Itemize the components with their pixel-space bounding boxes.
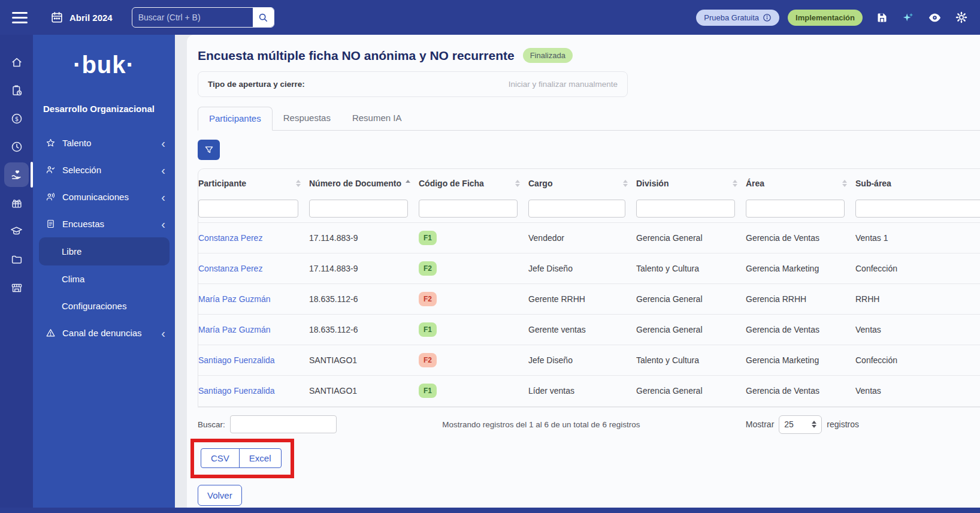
table-row: María Paz Guzmán 18.635.112-6 F2 Gerente… — [198, 284, 980, 315]
pagination-info: Mostrando registros del 1 al 6 de un tot… — [337, 420, 746, 429]
svg-text:$: $ — [14, 115, 18, 122]
participant-link[interactable]: María Paz Guzmán — [198, 325, 271, 334]
filter-ficha-input[interactable] — [419, 200, 518, 218]
page-size-label: Mostrar — [746, 420, 774, 429]
implementation-badge[interactable]: Implementación — [788, 10, 863, 26]
sidebar-item-comunicaciones[interactable]: Comunicaciones ‹ — [33, 183, 175, 210]
tab-bar: Participantes Respuestas Resumen IA — [198, 107, 980, 131]
meta-label: Tipo de apertura y cierre: — [208, 80, 305, 89]
col-participante[interactable]: Participante — [198, 169, 309, 197]
dollar-circle-icon[interactable]: $ — [0, 104, 33, 132]
participant-link[interactable]: Santiago Fuenzalida — [198, 355, 275, 365]
folder-icon[interactable] — [0, 245, 33, 273]
home-icon[interactable] — [0, 48, 33, 76]
hand-heart-icon[interactable] — [0, 161, 33, 189]
sort-icon — [842, 180, 847, 187]
sidebar-item-configuraciones[interactable]: Configuraciones — [33, 292, 175, 319]
sidebar-item-canal-denuncias[interactable]: Canal de denuncias ‹ — [33, 319, 175, 346]
bottom-frame-bar — [0, 508, 980, 513]
filter-documento-input[interactable] — [309, 200, 408, 218]
chevron-left-icon: ‹ — [161, 164, 165, 176]
topbar: Abril 2024 Prueba Gratuita Implementació… — [0, 0, 980, 35]
main-area: Encuesta múltiple ficha NO anónima y NO … — [175, 35, 980, 513]
col-area[interactable]: Área — [746, 169, 855, 197]
table-row: Santiago Fuenzalida SANTIAGO1 F1 Líder v… — [198, 376, 980, 406]
spinner-arrows-icon — [812, 421, 816, 428]
trial-badge[interactable]: Prueba Gratuita — [696, 10, 779, 26]
save-icon[interactable] — [876, 11, 888, 24]
participant-link[interactable]: Constanza Perez — [198, 233, 262, 243]
chevron-left-icon: ‹ — [161, 327, 165, 339]
sparkles-icon[interactable] — [902, 11, 915, 24]
storefront-icon[interactable] — [0, 273, 33, 301]
sort-icon — [296, 180, 301, 187]
gear-icon[interactable] — [955, 11, 968, 24]
icon-rail: $ — [0, 35, 33, 513]
tab-participantes[interactable]: Participantes — [198, 107, 273, 131]
star-icon — [45, 138, 56, 148]
participant-link[interactable]: Constanza Perez — [198, 264, 262, 273]
back-button[interactable]: Volver — [198, 485, 242, 506]
filter-division-input[interactable] — [636, 200, 735, 218]
table-row: Santiago Fuenzalida SANTIAGO1 F2 Jefe Di… — [198, 345, 980, 376]
ficha-badge: F2 — [419, 261, 437, 276]
clipboard-clock-icon[interactable] — [0, 76, 33, 104]
gift-icon[interactable] — [0, 189, 33, 217]
sort-icon — [733, 180, 737, 187]
table-row: María Paz Guzmán 18.635.112-6 F1 Gerente… — [198, 315, 980, 345]
eye-icon[interactable] — [928, 11, 942, 25]
page-title: Encuesta múltiple ficha NO anónima y NO … — [198, 49, 515, 63]
table-row: Constanza Perez 17.114.883-9 F1 Vendedor… — [198, 223, 980, 254]
ficha-badge: F1 — [419, 384, 437, 398]
page-size-select[interactable]: 25 — [779, 415, 822, 434]
ficha-badge: F2 — [419, 353, 437, 367]
csv-export-button[interactable]: CSV — [201, 448, 240, 468]
sidebar-section-title: Desarrollo Organizacional — [43, 104, 175, 114]
global-search-input[interactable] — [132, 13, 253, 22]
sidebar-item-clima[interactable]: Clima — [33, 265, 175, 292]
chevron-left-icon: ‹ — [161, 137, 165, 149]
col-ficha[interactable]: Código de Ficha — [419, 169, 528, 197]
sidebar-item-libre[interactable]: Libre — [39, 237, 170, 265]
calendar-icon — [50, 11, 63, 24]
status-badge: Finalizada — [523, 48, 573, 63]
ficha-badge: F1 — [419, 322, 437, 337]
person-check-icon — [45, 165, 56, 175]
filter-cargo-input[interactable] — [528, 200, 625, 218]
sidebar-item-talento[interactable]: Talento ‹ — [33, 129, 175, 156]
table-row: Constanza Perez 17.114.883-9 F2 Jefe Dis… — [198, 254, 980, 284]
table-search-label: Buscar: — [198, 420, 225, 429]
excel-export-button[interactable]: Excel — [239, 448, 282, 468]
hamburger-menu-icon[interactable] — [12, 12, 28, 23]
col-subarea[interactable]: Sub-área — [855, 169, 980, 197]
tab-respuestas[interactable]: Respuestas — [273, 107, 341, 130]
sidebar-item-seleccion[interactable]: Selección ‹ — [33, 156, 175, 183]
filter-subarea-input[interactable] — [855, 200, 980, 218]
participant-link[interactable]: Santiago Fuenzalida — [198, 386, 275, 396]
filter-button[interactable] — [198, 140, 220, 160]
filter-participante-input[interactable] — [198, 200, 298, 218]
sort-icon — [515, 180, 520, 187]
col-division[interactable]: División — [636, 169, 746, 197]
global-search — [132, 7, 274, 28]
tab-resumen-ia[interactable]: Resumen IA — [341, 107, 413, 130]
ficha-badge: F1 — [419, 231, 437, 245]
chevron-left-icon: ‹ — [161, 218, 165, 230]
sidebar-item-encuestas[interactable]: Encuestas ‹ — [33, 210, 175, 237]
search-button[interactable] — [253, 8, 274, 27]
column-filter-row — [198, 197, 980, 223]
sort-icon — [623, 180, 628, 187]
meta-value: Iniciar y finalizar manualmente — [509, 80, 618, 89]
col-cargo[interactable]: Cargo — [528, 169, 636, 197]
survey-meta-box: Tipo de apertura y cierre: Iniciar y fin… — [198, 71, 628, 97]
period-label: Abril 2024 — [69, 13, 113, 23]
period-selector[interactable]: Abril 2024 — [50, 11, 113, 24]
clock-icon[interactable] — [0, 132, 33, 161]
participant-link[interactable]: María Paz Guzmán — [198, 294, 271, 304]
buk-logo: ·buk· — [33, 52, 175, 79]
col-documento[interactable]: Número de Documento — [309, 169, 419, 197]
filter-area-input[interactable] — [746, 200, 845, 218]
graduation-cap-icon[interactable] — [0, 217, 33, 245]
sort-asc-icon — [406, 180, 410, 187]
table-search-input[interactable] — [230, 415, 337, 433]
